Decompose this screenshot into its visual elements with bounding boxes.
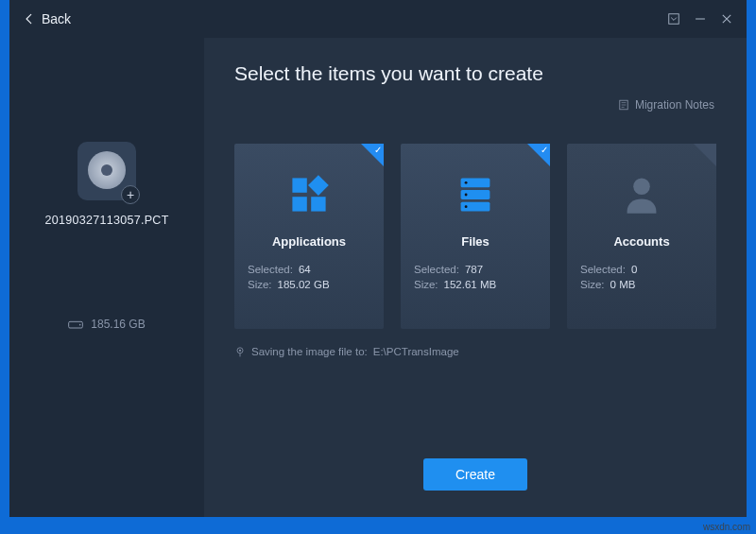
drive-icon	[68, 319, 83, 330]
size-value: 152.61 MB	[444, 279, 497, 290]
svg-rect-9	[292, 197, 306, 211]
check-icon: ✓	[374, 145, 382, 155]
footnote-prefix: Saving the image file to:	[251, 346, 368, 357]
svg-rect-10	[311, 197, 325, 211]
item-cards: ✓ Applications Selected: 64	[234, 144, 716, 329]
svg-point-20	[239, 350, 241, 352]
selected-value: 64	[299, 264, 311, 275]
svg-point-3	[79, 324, 81, 326]
size-label: Size:	[414, 279, 438, 290]
svg-point-18	[633, 178, 650, 195]
card-applications[interactable]: ✓ Applications Selected: 64	[234, 144, 384, 329]
save-path-note: Saving the image file to: E:\PCTransImag…	[234, 346, 716, 357]
migration-notes-link[interactable]: Migration Notes	[618, 98, 714, 112]
image-filename: 20190327113057.PCT	[44, 214, 168, 227]
svg-point-16	[465, 194, 468, 197]
back-button[interactable]: Back	[23, 11, 71, 26]
disk-image-icon[interactable]: +	[77, 142, 136, 200]
app-window: Back + 20190327113057.PCT	[9, 0, 747, 517]
window-controls	[667, 12, 733, 26]
arrow-left-icon	[23, 12, 36, 26]
card-title: Accounts	[580, 234, 703, 249]
size-value: 0 MB	[610, 279, 636, 290]
selected-value: 787	[465, 264, 483, 275]
svg-rect-11	[308, 175, 329, 196]
check-icon: ✓	[541, 145, 548, 155]
accounts-icon	[580, 164, 703, 225]
files-icon	[414, 164, 537, 225]
create-button[interactable]: Create	[423, 458, 527, 491]
selected-label: Selected:	[248, 264, 293, 275]
page-title: Select the items you want to create	[234, 62, 716, 85]
watermark: wsxdn.com	[703, 522, 750, 532]
svg-point-15	[465, 181, 468, 184]
disk-space: 185.16 GB	[68, 318, 145, 331]
dropdown-icon[interactable]	[667, 12, 680, 26]
svg-rect-8	[292, 178, 306, 192]
svg-point-17	[465, 205, 468, 208]
back-label: Back	[42, 11, 71, 26]
size-label: Size:	[580, 279, 605, 290]
main-content: Select the items you want to create Migr…	[204, 38, 747, 517]
sidebar: + 20190327113057.PCT 185.16 GB	[9, 38, 204, 517]
notes-icon	[618, 99, 629, 111]
disk-space-value: 185.16 GB	[91, 318, 145, 331]
notes-label: Migration Notes	[635, 98, 714, 112]
card-title: Applications	[248, 234, 370, 249]
card-title: Files	[414, 234, 537, 249]
card-files[interactable]: ✓ Files Selected:	[401, 144, 550, 329]
close-button[interactable]	[720, 12, 733, 26]
size-label: Size:	[248, 279, 272, 290]
body: + 20190327113057.PCT 185.16 GB Select th…	[9, 38, 747, 517]
titlebar: Back	[9, 0, 747, 38]
pin-icon	[234, 346, 246, 357]
applications-icon	[248, 164, 370, 225]
size-value: 185.02 GB	[278, 279, 330, 290]
selected-label: Selected:	[580, 264, 626, 275]
footnote-path: E:\PCTransImage	[373, 346, 459, 357]
selected-value: 0	[631, 264, 637, 275]
selected-label: Selected:	[414, 264, 459, 275]
card-accounts[interactable]: Accounts Selected: 0 Size: 0 MB	[567, 144, 716, 329]
svg-rect-0	[669, 14, 679, 25]
minimize-button[interactable]	[694, 12, 707, 26]
